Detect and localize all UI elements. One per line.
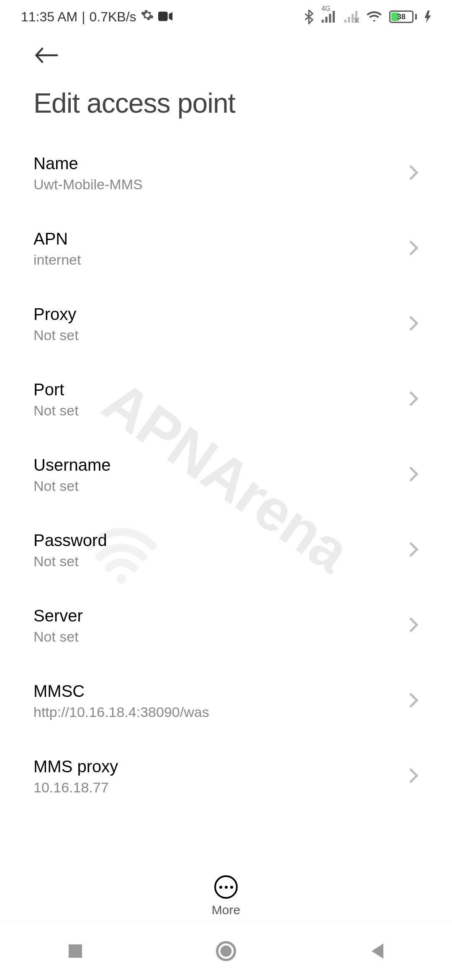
- more-button[interactable]: More: [0, 867, 452, 917]
- setting-mms-proxy[interactable]: MMS proxy 10.16.18.77: [33, 739, 419, 814]
- chevron-right-icon: [408, 390, 419, 409]
- chevron-right-icon: [408, 692, 419, 710]
- svg-rect-7: [348, 17, 350, 23]
- chevron-right-icon: [408, 616, 419, 635]
- svg-rect-3: [325, 17, 327, 23]
- chevron-right-icon: [408, 315, 419, 333]
- status-separator: |: [82, 9, 85, 25]
- svg-rect-10: [69, 944, 82, 958]
- setting-label: Username: [33, 456, 408, 475]
- setting-label: MMSC: [33, 682, 408, 701]
- page-title: Edit access point: [33, 87, 419, 119]
- gear-icon: [141, 8, 154, 25]
- back-button[interactable]: [33, 46, 419, 66]
- nav-recents-button[interactable]: [33, 943, 117, 959]
- svg-rect-6: [344, 20, 347, 23]
- svg-rect-1: [158, 11, 168, 21]
- more-horiz-icon: [214, 875, 238, 899]
- nav-home-button[interactable]: [184, 941, 268, 962]
- setting-password[interactable]: Password Not set: [33, 513, 419, 588]
- setting-apn[interactable]: APN internet: [33, 211, 419, 286]
- svg-rect-8: [352, 14, 354, 23]
- chevron-right-icon: [408, 240, 419, 258]
- setting-mmsc[interactable]: MMSC http://10.16.18.4:38090/was: [33, 663, 419, 739]
- battery-indicator: 38: [389, 10, 417, 23]
- status-data-rate: 0.7KB/s: [90, 9, 136, 25]
- setting-name[interactable]: Name Uwt-Mobile-MMS: [33, 136, 419, 211]
- setting-label: Name: [33, 154, 408, 173]
- setting-value: internet: [33, 252, 408, 268]
- setting-value: http://10.16.18.4:38090/was: [33, 704, 408, 720]
- setting-label: Proxy: [33, 305, 408, 324]
- chevron-right-icon: [408, 164, 419, 183]
- setting-value: Not set: [33, 478, 408, 494]
- setting-server[interactable]: Server Not set: [33, 588, 419, 663]
- signal-4g-icon: 4G: [321, 11, 336, 23]
- navigation-bar: [0, 921, 452, 980]
- more-label: More: [212, 903, 240, 917]
- setting-value: Not set: [33, 629, 408, 645]
- setting-username[interactable]: Username Not set: [33, 437, 419, 513]
- setting-label: Server: [33, 606, 408, 625]
- setting-value: Not set: [33, 553, 408, 570]
- setting-label: APN: [33, 230, 408, 248]
- setting-proxy[interactable]: Proxy Not set: [33, 286, 419, 362]
- signal-nosim-icon: [344, 11, 359, 23]
- setting-label: MMS proxy: [33, 757, 408, 776]
- wifi-icon: [367, 10, 382, 23]
- charging-icon: [424, 10, 431, 23]
- nav-back-button[interactable]: [335, 942, 419, 960]
- setting-label: Port: [33, 380, 408, 399]
- svg-rect-2: [322, 20, 324, 23]
- status-bar: 11:35 AM | 0.7KB/s 4G 38: [0, 0, 452, 34]
- video-icon: [158, 9, 172, 25]
- svg-point-12: [221, 945, 232, 957]
- setting-value: Uwt-Mobile-MMS: [33, 176, 408, 193]
- chevron-right-icon: [408, 541, 419, 560]
- chevron-right-icon: [408, 466, 419, 484]
- setting-value: 10.16.18.77: [33, 779, 408, 796]
- setting-value: Not set: [33, 327, 408, 343]
- setting-value: Not set: [33, 402, 408, 419]
- status-time: 11:35 AM: [21, 9, 77, 25]
- setting-label: Password: [33, 531, 408, 550]
- settings-list: Name Uwt-Mobile-MMS APN internet Proxy N…: [0, 136, 452, 814]
- bluetooth-icon: [304, 9, 314, 24]
- svg-rect-4: [329, 14, 331, 23]
- svg-rect-5: [333, 11, 335, 23]
- chevron-right-icon: [408, 767, 419, 786]
- setting-port[interactable]: Port Not set: [33, 362, 419, 437]
